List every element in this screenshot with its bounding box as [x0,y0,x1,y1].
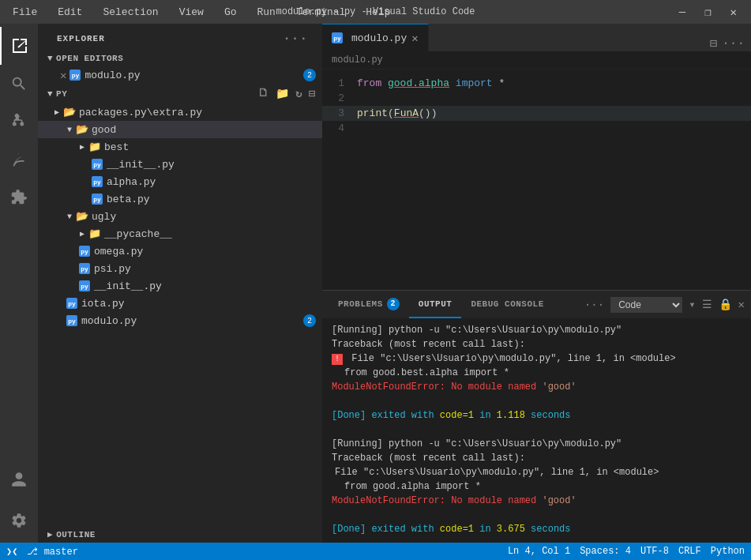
indent-status[interactable]: Spaces: 4 [580,546,631,557]
tree-item-beta[interactable]: py beta.py [38,190,322,208]
outline-arrow: ▶ [47,529,53,539]
source-control-activity-icon[interactable] [0,103,38,141]
init1-label: __init__.py [107,159,175,171]
branch-status-item[interactable]: ⎇ master [27,546,77,558]
output-line-13: ModuleNotFoundError: No module named 'go… [332,494,742,508]
line-content-4[interactable] [354,121,357,136]
tree-item-init1[interactable]: py __init__.py [38,156,322,173]
window-controls[interactable]: — ❐ ✕ [673,4,743,21]
menu-edit[interactable]: Edit [53,5,87,20]
more-actions-icon[interactable]: ··· [722,36,745,51]
tab-output[interactable]: OUTPUT [409,291,462,318]
tab-modulo[interactable]: py modulo.py ✕ [322,24,429,51]
open-editors-toggle[interactable]: ▼ OPEN EDITORS [38,51,322,66]
language-status[interactable]: Python [711,546,745,557]
py-section-toggle[interactable]: ▼ PY 🗋 📁 ↻ ⊟ [38,84,322,103]
panel-close-icon[interactable]: ✕ [738,298,745,311]
explorer-activity-icon[interactable] [0,27,38,65]
problems-badge: 2 [387,298,400,310]
import-star: * [498,77,505,89]
output-line-14 [332,508,742,522]
tree-item-modulo[interactable]: py modulo.py 2 [38,312,322,329]
outline-toggle[interactable]: ▶ OUTLINE [38,526,322,543]
tab-debug-console[interactable]: DEBUG CONSOLE [461,291,553,318]
settings-activity-icon[interactable] [0,502,38,539]
tree-item-good[interactable]: ▼ 📂 good [38,121,322,138]
encoding-status[interactable]: UTF-8 [640,546,669,557]
modulo-py-icon: py [66,315,77,326]
omega-py-icon: py [79,246,90,257]
menu-go[interactable]: Go [220,5,242,20]
terminal-output[interactable]: [Running] python -u "c:\Users\Usuario\py… [322,318,751,543]
explorer-title: EXPLORER [57,34,105,43]
menu-file[interactable]: File [8,5,42,20]
remote-status-item[interactable]: ❯❮ [6,546,17,558]
tree-item-ugly[interactable]: ▼ 📂 ugly [38,208,322,225]
pycache-arrow: ▶ [76,227,88,240]
psi-label: psi.py [94,263,131,275]
line-num-3: 3 [322,106,354,121]
tab-close-icon[interactable]: ✕ [411,32,418,45]
split-editor-icon[interactable]: ⊟ [710,36,718,51]
line-num-1: 1 [322,76,354,91]
tree-item-best[interactable]: ▶ 📁 best [38,138,322,156]
tree-item-omega[interactable]: py omega.py [38,242,322,260]
ugly-arrow: ▼ [63,210,76,223]
panel-lock-icon[interactable]: 🔒 [719,298,732,311]
alpha-label: alpha.py [107,176,156,188]
tab-label: modulo.py [351,32,407,44]
minimize-button[interactable]: — [673,4,692,21]
title-bar: File Edit Selection View Go Run Terminal… [0,0,751,24]
line-content-2[interactable] [354,91,357,106]
code-line-4: 4 [322,121,751,136]
new-folder-icon[interactable]: 📁 [276,87,290,100]
search-activity-icon[interactable] [0,65,38,103]
tree-item-init2[interactable]: py __init__.py [38,277,322,295]
debug-activity-icon[interactable] [0,141,38,179]
beta-py-icon: py [92,194,103,205]
collapse-icon[interactable]: ⊟ [309,87,316,100]
menu-selection[interactable]: Selection [98,5,163,20]
line-content-3[interactable]: print(FunA()) [354,106,437,121]
refresh-icon[interactable]: ↻ [295,87,302,100]
output-channel-select[interactable]: Code Tasks Git Extensions [610,297,682,313]
line-ending-status[interactable]: CRLF [678,546,701,557]
output-line-5: ModuleNotFoundError: No module named 'go… [332,380,742,394]
maximize-button[interactable]: ❐ [698,4,717,21]
panel-more-icon[interactable]: ··· [584,299,604,311]
explorer-more-button[interactable]: ··· [278,30,313,47]
close-editor-icon[interactable]: ✕ [60,69,66,82]
init2-py-icon: py [79,280,90,291]
tab-problems[interactable]: PROBLEMS 2 [329,291,409,318]
tree-item-alpha[interactable]: py alpha.py [38,173,322,190]
menu-view[interactable]: View [175,5,208,20]
psi-py-icon: py [79,263,90,274]
panel-tab-actions: ··· Code Tasks Git Extensions ▾ ☰ 🔒 ✕ [584,297,745,313]
tree-item-psi[interactable]: py psi.py [38,260,322,277]
output-line-10: Traceback (most recent call last): [332,451,742,465]
extensions-activity-icon[interactable] [0,179,38,216]
tree-item-packages[interactable]: ▶ 📂 packages.py\extra.py [38,103,322,121]
new-file-icon[interactable]: 🗋 [257,87,269,100]
code-line-2: 2 [322,91,751,106]
tab-bar-actions: ⊟ ··· [710,36,751,51]
activity-bar [0,24,38,543]
good-arrow: ▼ [63,123,76,136]
tree-item-iota[interactable]: py iota.py [38,295,322,312]
packages-arrow: ▶ [51,106,63,118]
open-editor-modulo[interactable]: ✕ py modulo.py 2 [38,66,322,84]
main-layout: EXPLORER ··· ▼ OPEN EDITORS ✕ py modulo.… [0,24,751,543]
panel-list-icon[interactable]: ☰ [702,298,712,311]
tree-item-pycache[interactable]: ▶ 📁 __pycache__ [38,225,322,242]
line-content-1[interactable]: from good.alpha import * [354,76,505,91]
omega-label: omega.py [94,246,143,257]
cursor-position-status[interactable]: Ln 4, Col 1 [508,546,570,557]
close-button[interactable]: ✕ [724,4,743,21]
code-editor[interactable]: 1 from good.alpha import * 2 3 print(Fun… [322,70,751,290]
line-num-2: 2 [322,91,354,106]
account-activity-icon[interactable] [0,460,38,498]
modulo-badge: 2 [303,314,316,327]
good-folder-icon: 📂 [76,123,88,136]
ugly-label: ugly [92,211,116,223]
output-line-7: [Done] exited with code=1 in 1.118 secon… [332,408,742,423]
